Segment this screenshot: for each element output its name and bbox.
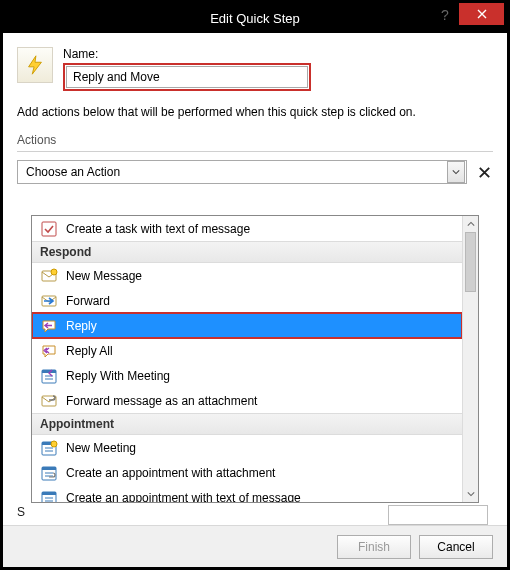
dialog-footer: Finish Cancel [3,525,507,567]
new-meeting-icon [40,439,58,457]
chevron-down-icon [467,490,475,498]
dropdown-group-header: Appointment [32,413,462,435]
action-dropdown: Create a task with text of messageRespon… [31,215,479,503]
dropdown-item[interactable]: Forward message as an attachment [32,388,462,413]
appt-text-icon [40,489,58,503]
reply-meeting-icon [40,367,58,385]
dropdown-item-label: New Message [66,269,142,283]
name-label: Name: [63,47,493,61]
scroll-track[interactable] [463,232,478,486]
dropdown-item[interactable]: Reply All [32,338,462,363]
scrollbar[interactable] [462,216,478,502]
dropdown-item-label: Reply [66,319,97,333]
name-input[interactable] [66,66,308,88]
chevron-up-icon [467,220,475,228]
svg-rect-8 [42,396,56,406]
dropdown-item-label: Reply All [66,344,113,358]
create-task-icon [40,220,58,238]
scroll-up-button[interactable] [463,216,478,232]
actions-label: Actions [17,133,493,147]
hint-text: Add actions below that will be performed… [17,105,493,119]
action-combo-button[interactable] [447,161,465,183]
dropdown-item[interactable]: Create an appointment with text of messa… [32,485,462,502]
svg-point-13 [51,441,57,447]
remove-action-button[interactable] [475,163,493,181]
dropdown-item[interactable]: Create a task with text of message [32,216,462,241]
close-button[interactable] [459,3,504,25]
dropdown-item-label: Forward [66,294,110,308]
dropdown-item[interactable]: Forward [32,288,462,313]
appt-attach-icon [40,464,58,482]
actions-divider [17,151,493,152]
action-combo[interactable]: Choose an Action [17,160,467,184]
lightning-icon [24,54,46,76]
window-title: Edit Quick Step [210,11,300,26]
dropdown-item[interactable]: Reply With Meeting [32,363,462,388]
svg-point-2 [51,269,57,275]
dropdown-item-label: Forward message as an attachment [66,394,257,408]
scroll-down-button[interactable] [463,486,478,502]
obscured-input[interactable] [388,505,488,525]
dropdown-item[interactable]: Create an appointment with attachment [32,460,462,485]
finish-button[interactable]: Finish [337,535,411,559]
dropdown-item-label: Reply With Meeting [66,369,170,383]
x-icon [477,165,492,180]
dropdown-item-label: Create an appointment with attachment [66,466,275,480]
new-message-icon [40,267,58,285]
dropdown-item[interactable]: Reply [32,313,462,338]
action-combo-text: Choose an Action [18,165,447,179]
dropdown-item-label: Create an appointment with text of messa… [66,491,301,503]
scroll-thumb[interactable] [465,232,476,292]
chevron-down-icon [452,168,460,176]
dropdown-group-header: Respond [32,241,462,263]
svg-rect-0 [42,222,56,236]
svg-rect-19 [42,492,56,495]
dropdown-item[interactable]: New Meeting [32,435,462,460]
close-icon [477,9,487,19]
dropdown-item-label: New Meeting [66,441,136,455]
titlebar: Edit Quick Step ? [3,3,507,33]
forward-attach-icon [40,392,58,410]
quickstep-icon[interactable] [17,47,53,83]
reply-icon [40,317,58,335]
dropdown-item-label: Create a task with text of message [66,222,250,236]
forward-icon [40,292,58,310]
cancel-button[interactable]: Cancel [419,535,493,559]
svg-rect-15 [42,467,56,470]
name-highlight [63,63,311,91]
help-button[interactable]: ? [433,7,457,23]
reply-all-icon [40,342,58,360]
dropdown-item[interactable]: New Message [32,263,462,288]
